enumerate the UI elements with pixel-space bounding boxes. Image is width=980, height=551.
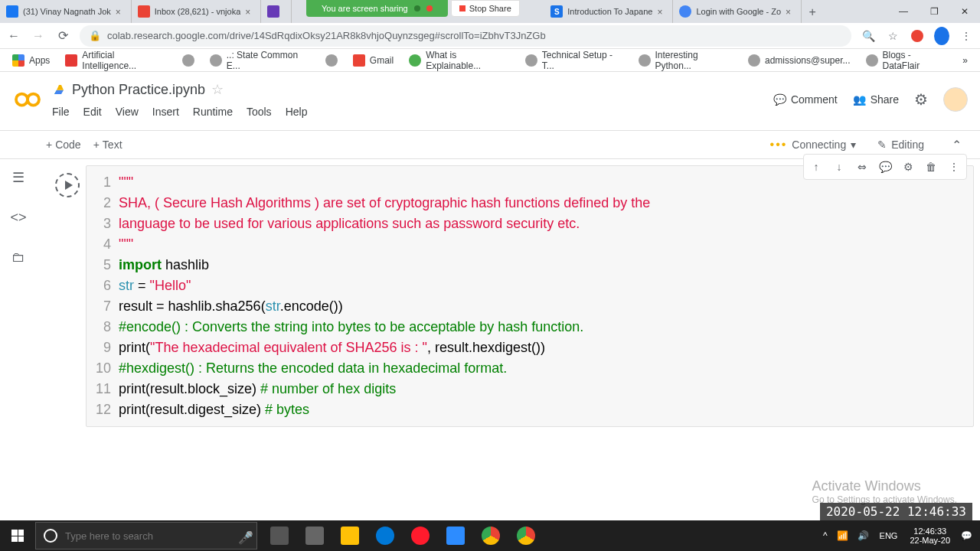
toc-icon[interactable]: ☰ <box>9 168 28 187</box>
menu-view[interactable]: View <box>116 106 139 118</box>
address-bar: ← → ⟳ 🔒 colab.research.google.com/drive/… <box>0 23 980 49</box>
bookmark-dataflair[interactable]: Blogs - DataFlair <box>860 47 954 74</box>
comment-button[interactable]: 💬Comment <box>773 93 838 106</box>
run-button[interactable] <box>55 173 80 197</box>
star-icon[interactable]: ☆ <box>211 81 224 98</box>
zoom-icon[interactable]: 🔍 <box>861 28 876 44</box>
star-icon[interactable]: ☆ <box>885 28 900 44</box>
connecting-dots-icon: ••• <box>770 138 788 152</box>
delete-cell-button[interactable]: 🗑 <box>920 156 942 178</box>
line-numbers: 123456789101112 <box>87 172 119 420</box>
tray-language[interactable]: ENG <box>874 531 904 540</box>
add-text-button[interactable]: +Text <box>93 139 122 151</box>
zoom-button[interactable] <box>438 520 473 551</box>
bookmarks-bar: Apps Artificial Intelligence... ..: Stat… <box>0 49 980 72</box>
bookmark-gmail[interactable]: Gmail <box>347 51 400 70</box>
main-area: ☰ <> 🗀 ↑ ↓ ⇔ 💬 ⚙ 🗑 ⋮ 1234567 <box>0 159 980 527</box>
task-view-button[interactable] <box>262 520 297 551</box>
user-avatar[interactable] <box>943 87 968 112</box>
bookmark-state[interactable]: ..: State Common E... <box>204 47 316 74</box>
move-up-button[interactable]: ↑ <box>805 156 827 178</box>
maximize-button[interactable]: ❐ <box>919 0 949 23</box>
code-editor[interactable]: 123456789101112 """ SHA, ( Secure Hash A… <box>87 166 973 426</box>
close-window-button[interactable]: ✕ <box>949 0 980 23</box>
mic-icon[interactable]: 🎤 <box>238 530 249 541</box>
tab-login-google[interactable]: Login with Google - Zo × <box>673 0 802 23</box>
colab-logo[interactable] <box>12 84 43 115</box>
url-field[interactable]: 🔒 colab.research.google.com/drive/14SdRq… <box>80 25 851 47</box>
start-button[interactable] <box>0 520 35 551</box>
bookmark-apps[interactable]: Apps <box>6 51 56 70</box>
tab-title: Inbox (28,621) - vnjoka <box>155 7 241 16</box>
chrome-button[interactable] <box>473 520 508 551</box>
colab-logo-icon <box>14 86 41 113</box>
bookmark-item[interactable] <box>319 51 344 70</box>
cell-menu-button[interactable]: ⋮ <box>943 156 965 178</box>
add-code-button[interactable]: +Code <box>46 139 81 151</box>
new-tab-button[interactable]: + <box>802 2 823 23</box>
profile-button[interactable] <box>934 28 949 44</box>
code-lines: """ SHA, ( Secure Hash Algorithms ) are … <box>119 172 973 420</box>
tray-network-icon[interactable]: 📶 <box>832 530 853 541</box>
chrome-button-2[interactable] <box>508 520 544 551</box>
stop-share-button[interactable]: Stop Share <box>451 0 520 17</box>
tray-volume-icon[interactable]: 🔊 <box>853 530 874 541</box>
cell-settings-button[interactable]: ⚙ <box>897 156 919 178</box>
close-icon[interactable]: × <box>116 7 125 16</box>
explorer-button[interactable] <box>332 520 368 551</box>
bookmark-python[interactable]: Interesting Python... <box>632 47 739 74</box>
minimize-button[interactable]: — <box>888 0 919 23</box>
bookmark-explainable[interactable]: What is Explainable... <box>403 47 516 74</box>
code-cell[interactable]: ↑ ↓ ⇔ 💬 ⚙ 🗑 ⋮ 123456789101112 """ SHA, (… <box>49 165 974 427</box>
tray-clock[interactable]: 12:46:33 22-May-20 <box>903 527 956 545</box>
close-icon[interactable]: × <box>786 7 795 16</box>
search-input[interactable] <box>65 530 230 542</box>
store-button[interactable] <box>297 520 332 551</box>
share-button[interactable]: 👥Share <box>853 93 899 106</box>
screen-share-bar: You are screen sharing Stop Share <box>306 0 520 17</box>
move-down-button[interactable]: ↓ <box>828 156 850 178</box>
forward-button[interactable]: → <box>31 28 46 44</box>
tray-chevron-icon[interactable]: ^ <box>818 530 832 541</box>
tab-google[interactable] <box>261 0 292 23</box>
bookmark-admissions[interactable]: admissions@super... <box>742 51 857 70</box>
menu-button[interactable]: ⋮ <box>959 28 974 44</box>
files-icon[interactable]: 🗀 <box>9 248 28 266</box>
back-button[interactable]: ← <box>6 28 21 44</box>
bookmark-item[interactable] <box>176 51 201 70</box>
notifications-icon[interactable]: 💬 <box>956 530 977 541</box>
taskbar-search[interactable]: 🎤 <box>35 522 257 549</box>
code-snippets-icon[interactable]: <> <box>9 208 28 227</box>
menu-help[interactable]: Help <box>286 106 308 118</box>
menu-file[interactable]: File <box>52 106 70 118</box>
comment-label: Comment <box>791 93 838 106</box>
bookmark-overflow[interactable]: » <box>956 52 974 69</box>
extension-icon[interactable] <box>910 28 925 44</box>
bookmark-ai[interactable]: Artificial Intelligence... <box>59 47 172 74</box>
tab-gmail[interactable]: Inbox (28,621) - vnjoka × <box>132 0 262 23</box>
close-icon[interactable]: × <box>245 7 254 16</box>
edge-button[interactable] <box>368 520 403 551</box>
connection-status[interactable]: •••Connecting▾ <box>770 138 857 152</box>
notebook-title[interactable]: Python Practice.ipynb <box>72 82 205 98</box>
collapse-button[interactable]: ⌃ <box>946 138 968 152</box>
menu-edit[interactable]: Edit <box>83 106 102 118</box>
link-button[interactable]: ⇔ <box>851 156 873 178</box>
menu-tools[interactable]: Tools <box>247 106 272 118</box>
close-icon[interactable]: × <box>657 7 666 16</box>
menu-runtime[interactable]: Runtime <box>193 106 233 118</box>
comment-cell-button[interactable]: 💬 <box>874 156 896 178</box>
tab-facebook[interactable]: (31) Vinay Nagnath Jok × <box>0 0 132 23</box>
tab-introduction[interactable]: S Introduction To Japane × <box>544 0 673 23</box>
menu-insert[interactable]: Insert <box>152 106 179 118</box>
bookmark-technical[interactable]: Technical Setup - T... <box>519 47 629 74</box>
facebook-icon <box>6 5 18 18</box>
globe-icon <box>325 54 338 67</box>
menu-bar: File Edit View Insert Runtime Tools Help <box>52 101 764 118</box>
colab-actions: 💬Comment 👥Share ⚙ <box>773 87 968 112</box>
cell-body[interactable]: ↑ ↓ ⇔ 💬 ⚙ 🗑 ⋮ 123456789101112 """ SHA, (… <box>86 165 974 427</box>
reload-button[interactable]: ⟳ <box>55 28 70 44</box>
settings-button[interactable]: ⚙ <box>914 90 928 109</box>
opera-button[interactable] <box>403 520 438 551</box>
editing-mode[interactable]: ✎Editing <box>868 139 933 151</box>
